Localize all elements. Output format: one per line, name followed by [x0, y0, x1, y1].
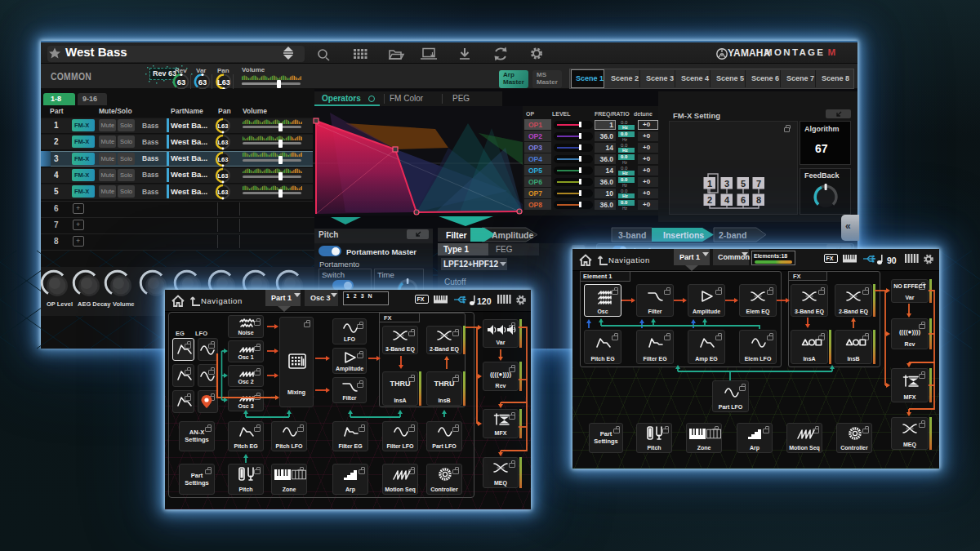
svg-text:4: 4 [724, 195, 730, 205]
svg-text:L63: L63 [218, 172, 229, 180]
svg-text:5: 5 [741, 179, 746, 189]
svg-text:Amplitude: Amplitude [492, 230, 533, 240]
svg-text:6: 6 [741, 195, 746, 205]
svg-text:L63: L63 [218, 122, 229, 130]
svg-text:3: 3 [724, 179, 729, 189]
svg-text:1: 1 [707, 179, 712, 189]
svg-text:L63: L63 [218, 189, 229, 196]
svg-text:7: 7 [756, 179, 761, 189]
svg-text:8: 8 [756, 195, 761, 205]
svg-text:3-band: 3-band [618, 230, 646, 240]
svg-text:L63: L63 [217, 78, 230, 87]
svg-text:Insertions: Insertions [663, 230, 704, 240]
svg-text:2-band: 2-band [719, 230, 746, 240]
svg-text:63: 63 [177, 78, 186, 87]
svg-text:L63: L63 [218, 156, 229, 163]
svg-text:L63: L63 [218, 139, 229, 146]
svg-text:2: 2 [707, 195, 712, 205]
svg-text:63: 63 [198, 78, 207, 87]
svg-text:Filter: Filter [446, 230, 467, 240]
